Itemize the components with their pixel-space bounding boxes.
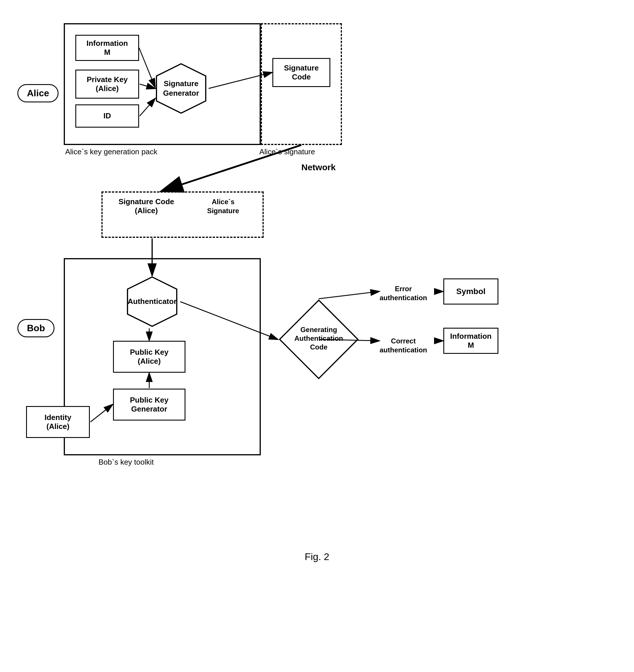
signature-generator-box: Signature Generator xyxy=(153,62,209,116)
signature-code-alice-box: Signature Code (Alice) xyxy=(106,197,187,215)
svg-text:Authentication: Authentication xyxy=(294,334,343,342)
fig-caption: Fig. 2 xyxy=(304,551,329,562)
svg-text:Generator: Generator xyxy=(163,89,199,97)
bob-role-label: Bob xyxy=(17,319,54,337)
information-m-top-box: Information M xyxy=(75,35,139,61)
id-box: ID xyxy=(75,105,139,128)
alice-pack-label: Alice`s key generation pack xyxy=(65,147,157,156)
svg-text:Code: Code xyxy=(310,343,327,351)
alice-signature-label: Alice`s signature xyxy=(259,147,315,156)
public-key-alice-box: Public Key (Alice) xyxy=(113,341,186,373)
svg-text:Signature: Signature xyxy=(164,79,198,88)
bob-toolkit-label: Bob`s key toolkit xyxy=(99,458,154,467)
error-auth-label: Errorauthentication xyxy=(380,284,427,302)
svg-text:Generating: Generating xyxy=(300,326,337,333)
svg-line-18 xyxy=(319,292,379,299)
correct-auth-label: Correctauthentication xyxy=(380,337,427,354)
svg-marker-0 xyxy=(156,64,206,113)
alice-role-label: Alice xyxy=(17,84,58,102)
alices-signature-label2: Alice`s Signature xyxy=(197,197,249,215)
private-key-box: Private Key (Alice) xyxy=(75,70,139,99)
generating-auth-code-diamond: Generating Authentication Code xyxy=(278,299,359,381)
diagram: Alice Alice`s key generation pack Inform… xyxy=(0,0,634,672)
signature-code-top-box: Signature Code xyxy=(272,58,330,87)
svg-text:Authenticator: Authenticator xyxy=(128,297,177,306)
information-m-bottom-box: Information M xyxy=(443,328,498,354)
public-key-generator-box: Public Key Generator xyxy=(113,389,186,420)
identity-alice-box: Identity (Alice) xyxy=(26,406,90,438)
network-label: Network xyxy=(301,162,336,172)
authenticator-box: Authenticator xyxy=(125,276,180,329)
symbol-box: Symbol xyxy=(443,278,498,304)
